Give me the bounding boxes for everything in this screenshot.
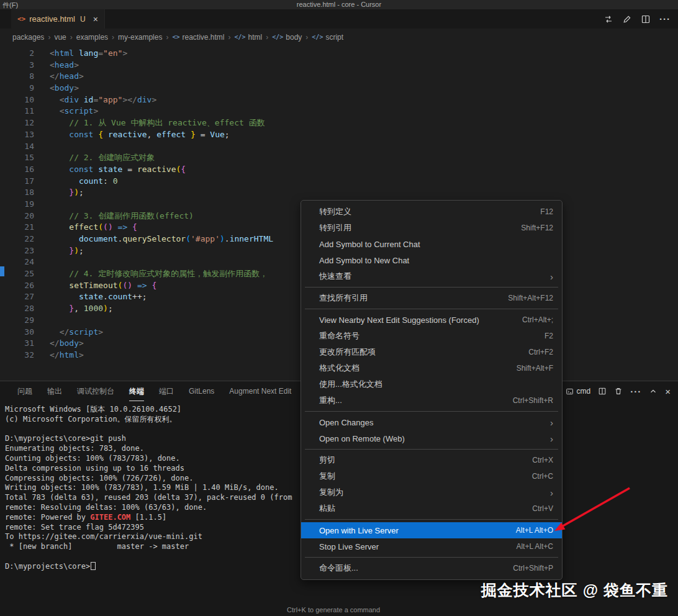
terminal-instance-cmd[interactable]: cmd	[566, 387, 591, 396]
edit-icon[interactable]	[622, 14, 632, 24]
line-number: 21	[0, 222, 34, 233]
breadcrumb-item-examples[interactable]: examples	[76, 33, 108, 42]
tab-label: reactive.html	[29, 14, 75, 24]
watermark: 掘金技术社区 @ 袋鱼不重	[481, 580, 668, 600]
code-text: });	[50, 245, 84, 257]
menu-item-command-palette[interactable]: 命令面板...Ctrl+Shift+P	[301, 560, 562, 576]
code-text: <body>	[50, 83, 79, 94]
code-line[interactable]: 14	[0, 141, 678, 153]
line-number: 32	[0, 350, 34, 361]
git-status-badge: U	[80, 15, 86, 24]
split-editor-icon[interactable]	[641, 14, 651, 24]
context-menu: 转到定义F12转到引用Shift+F12Add Symbol to Curren…	[301, 200, 563, 580]
line-number: 28	[0, 303, 34, 315]
code-text: </head>	[50, 71, 84, 83]
breadcrumb-item-packages[interactable]: packages	[12, 33, 44, 42]
line-number: 10	[0, 94, 34, 106]
line-number: 16	[0, 164, 34, 176]
panel-tab-augment-next-edit[interactable]: Augment Next Edit	[229, 381, 291, 401]
code-text: });	[50, 187, 84, 199]
code-text: <head>	[50, 60, 79, 71]
menu-item-rename-symbol[interactable]: 重命名符号F2	[301, 328, 562, 344]
line-number: 14	[0, 141, 34, 153]
panel-tab-debug-console[interactable]: 调试控制台	[77, 381, 114, 401]
more-actions-icon[interactable]: ···	[630, 386, 641, 397]
panel-tab-gitlens[interactable]: GitLens	[189, 381, 214, 401]
titlebar: 件(F) reactive.html - core - Cursor	[0, 0, 678, 9]
code-line[interactable]: 11 <script>	[0, 106, 678, 117]
menu-item-open-on-remote-web[interactable]: Open on Remote (Web)›	[301, 430, 562, 446]
kill-terminal-icon[interactable]	[614, 387, 623, 396]
more-actions-icon[interactable]: ···	[659, 14, 671, 24]
breadcrumb-item-reactive-html[interactable]: <>reactive.html	[172, 33, 224, 42]
code-text: // 3. 创建副作用函数(effect)	[50, 211, 194, 222]
panel-tab-terminal[interactable]: 终端	[129, 381, 144, 401]
app-window: 件(F) reactive.html - core - Cursor <> re…	[0, 0, 678, 616]
menu-item-peek[interactable]: 快速查看›	[301, 268, 562, 284]
code-line[interactable]: 2<html lang="en">	[0, 48, 678, 60]
breadcrumb-item-vue[interactable]: vue	[54, 33, 66, 42]
code-line[interactable]: 10 <div id="app"></div>	[0, 94, 678, 106]
menu-item-stop-live-server[interactable]: Stop Live ServerAlt+L Alt+C	[301, 538, 562, 555]
code-line[interactable]: 12 // 1. 从 Vue 中解构出 reactive、effect 函数	[0, 117, 678, 129]
menu-item-open-with-live-server[interactable]: Open with Live ServerAlt+L Alt+O	[301, 522, 562, 538]
line-number: 8	[0, 71, 34, 83]
code-line[interactable]: 13 const { reactive, effect } = Vue;	[0, 129, 678, 141]
menu-item-add-symbol-to-new-chat[interactable]: Add Symbol to New Chat	[301, 252, 562, 268]
menu-item-cut[interactable]: 剪切Ctrl+X	[301, 452, 562, 468]
code-line[interactable]: 9<body>	[0, 83, 678, 94]
menu-item-format-document[interactable]: 格式化文档Shift+Alt+F	[301, 360, 562, 376]
code-line[interactable]: 17 count: 0	[0, 176, 678, 188]
submenu-arrow-icon: ›	[550, 488, 553, 497]
code-line[interactable]: 16 const state = reactive({	[0, 164, 678, 176]
code-text: const state = reactive({	[50, 164, 186, 176]
menu-item-open-changes[interactable]: Open Changes›	[301, 414, 562, 430]
code-line[interactable]: 18 });	[0, 187, 678, 199]
window-title: reactive.html - core - Cursor	[0, 1, 678, 8]
maximize-panel-icon[interactable]	[649, 387, 658, 396]
menu-item-paste[interactable]: 粘贴Ctrl+V	[301, 500, 562, 517]
breadcrumb-item-my-examples[interactable]: my-examples	[118, 33, 162, 42]
menu-separator	[305, 309, 558, 309]
menu-item-find-all-references[interactable]: 查找所有引用Shift+Alt+F12	[301, 290, 562, 306]
chevron-right-icon: ›	[228, 33, 231, 42]
split-terminal-icon[interactable]	[598, 387, 607, 396]
html-file-icon: <>	[17, 15, 25, 23]
code-text: <script>	[50, 106, 98, 117]
tab-reactive-html[interactable]: <> reactive.html U ×	[11, 9, 105, 29]
line-number: 24	[0, 256, 34, 268]
panel-actions: cmd ··· ×	[549, 386, 671, 397]
menu-item-copy-as[interactable]: 复制为›	[301, 484, 562, 500]
breadcrumb-item-html[interactable]: </>html	[235, 33, 263, 42]
breadcrumb-item-body[interactable]: </>body	[272, 33, 302, 42]
code-text: </body>	[50, 338, 84, 350]
menu-separator	[305, 449, 558, 450]
menu-item-go-to-references[interactable]: 转到引用Shift+F12	[301, 220, 562, 236]
code-line[interactable]: 3<head>	[0, 60, 678, 71]
chevron-right-icon: ›	[166, 33, 168, 42]
menu-item-go-to-definition[interactable]: 转到定义F12	[301, 204, 562, 220]
menu-item-add-symbol-to-current-chat[interactable]: Add Symbol to Current Chat	[301, 236, 562, 252]
panel-tab-problems[interactable]: 问题	[17, 381, 32, 401]
close-panel-icon[interactable]: ×	[665, 386, 671, 397]
code-text: effect(() => {	[50, 222, 137, 233]
menu-item-format-document-with[interactable]: 使用...格式化文档	[301, 376, 562, 392]
code-text: </html>	[50, 350, 84, 361]
submenu-arrow-icon: ›	[550, 434, 553, 443]
code-text: const { reactive, effect } = Vue;	[50, 129, 230, 141]
menu-item-change-all-occurrences[interactable]: 更改所有匹配项Ctrl+F2	[301, 344, 562, 360]
line-number: 20	[0, 211, 34, 222]
menu-item-copy[interactable]: 复制Ctrl+C	[301, 468, 562, 484]
panel-tab-ports[interactable]: 端口	[159, 381, 174, 401]
code-line[interactable]: 15 // 2. 创建响应式对象	[0, 152, 678, 164]
code-text: // 4. 定时修改响应式对象的属性，触发副作用函数，	[50, 268, 268, 280]
close-tab-icon[interactable]: ×	[93, 14, 98, 24]
editor-actions: ···	[603, 9, 671, 29]
compare-changes-icon[interactable]	[603, 14, 613, 24]
code-line[interactable]: 8</head>	[0, 71, 678, 83]
breadcrumb-item-script[interactable]: </>script	[312, 33, 343, 42]
menu-item-refactor[interactable]: 重构...Ctrl+Shift+R	[301, 392, 562, 409]
menu-item-view-nearby-next-edit-suggestions[interactable]: View Nearby Next Edit Suggestions (Force…	[301, 312, 562, 328]
panel-tab-output[interactable]: 输出	[47, 381, 62, 401]
gutter-decoration	[0, 266, 4, 276]
